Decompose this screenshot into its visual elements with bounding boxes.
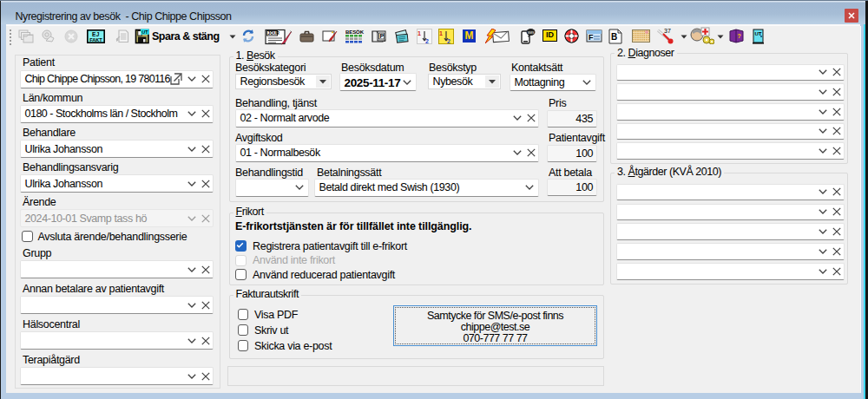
svg-text:1: 1 — [418, 30, 421, 36]
svg-text:EJ: EJ — [92, 31, 100, 37]
svg-text:JOUR: JOUR — [268, 31, 280, 36]
svg-text:B: B — [611, 32, 617, 42]
svg-text:F: F — [589, 33, 594, 42]
svg-text:SMS: SMS — [528, 31, 535, 35]
svg-text:BESÖK: BESÖK — [345, 29, 365, 35]
svg-text:UT: UT — [141, 29, 148, 35]
svg-text:37: 37 — [664, 28, 671, 34]
svg-text:P: P — [380, 33, 385, 39]
svg-text:UT: UT — [755, 31, 762, 36]
svg-text:FAKT: FAKT — [89, 37, 102, 43]
svg-text:?: ? — [738, 33, 741, 39]
svg-text:1: 1 — [439, 30, 443, 36]
